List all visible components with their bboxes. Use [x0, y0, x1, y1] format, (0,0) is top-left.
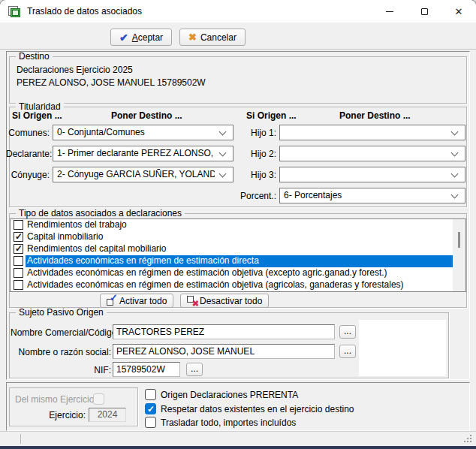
- hijo3-select[interactable]: [279, 167, 465, 182]
- cancel-button-label: Cancelar: [200, 32, 236, 43]
- razon-social-browse-button[interactable]: ...: [339, 345, 356, 358]
- scrollbar-thumb[interactable]: [458, 232, 460, 248]
- x-icon: ✖: [188, 32, 197, 42]
- trasladar-todo-label: Trasladar todo, importes incluídos: [161, 417, 296, 428]
- status-bar-separator: [20, 434, 21, 444]
- accept-button-label: Aceptar: [132, 32, 163, 43]
- header-si-origen-left: Si Origen ...: [12, 110, 62, 121]
- hijo1-label: Hijo 1:: [225, 128, 276, 138]
- hijo1-select[interactable]: [279, 125, 465, 140]
- list-item[interactable]: Actividades económicas en régimen de est…: [11, 279, 465, 291]
- app-icon: [8, 5, 20, 17]
- close-icon: ✕: [455, 7, 463, 17]
- list-item[interactable]: Rendimientos del capital mobiliario: [11, 243, 465, 255]
- checkbox[interactable]: [14, 268, 23, 278]
- minimize-button[interactable]: [372, 0, 407, 23]
- ejercicio-label: Ejercicio:: [45, 410, 86, 420]
- prerenta-checkbox[interactable]: [145, 389, 156, 400]
- sujeto-pasivo-preview-pane: [359, 320, 446, 376]
- list-item[interactable]: Rendimientos del trabajo: [11, 219, 465, 231]
- header-si-origen-right: Si Origen ...: [246, 110, 297, 121]
- destino-ejercicio-text: Declaraciones Ejercicio 2025: [17, 65, 133, 75]
- chevron-down-icon: [451, 149, 459, 157]
- list-item[interactable]: Actividades económicas en régimen de est…: [11, 255, 465, 267]
- nif-field[interactable]: 15789502W: [113, 362, 180, 377]
- cancel-button[interactable]: ✖ Cancelar: [179, 29, 246, 46]
- nombre-comercial-field[interactable]: TRACTORES PEREZ: [113, 324, 335, 339]
- window-title: Traslado de datos asociados: [27, 6, 142, 17]
- list-item-label: Rendimientos del capital mobiliario: [26, 243, 453, 255]
- declarante-value: 1- Primer declarante PEREZ ALONSO, JOSE …: [57, 146, 215, 161]
- header-poner-destino-right: Poner Destino ...: [339, 110, 411, 121]
- list-item-label: Rendimientos del trabajo: [26, 219, 453, 231]
- respetar-datos-checkbox[interactable]: [145, 403, 156, 414]
- close-button[interactable]: ✕: [441, 0, 476, 23]
- nif-label: NIF:: [11, 365, 111, 375]
- tipo-datos-group-label: Tipo de datos asociados a declaraciones: [16, 209, 185, 218]
- checkbox[interactable]: [14, 232, 23, 242]
- titlebar: Traslado de datos asociados ✕: [0, 0, 476, 23]
- checkbox[interactable]: [14, 244, 23, 254]
- conyuge-value: 2- Cónyuge GARCIA SUÑER, YOLANDA: [57, 167, 215, 182]
- razon-social-field[interactable]: PEREZ ALONSO, JOSE MANUEL: [113, 344, 335, 359]
- accept-button[interactable]: ✔ Aceptar: [110, 29, 172, 46]
- deactivate-all-label: Desactivar todo: [200, 296, 262, 306]
- chevron-down-icon: [451, 191, 459, 199]
- list-item[interactable]: Actividades económicas en régimen de est…: [11, 267, 465, 279]
- nif-browse-button[interactable]: ...: [186, 363, 203, 376]
- nombre-comercial-label: Nombre Comercial/Código:: [11, 327, 111, 338]
- comunes-label: Comunes:: [6, 128, 50, 138]
- header-poner-destino-left: Poner Destino ...: [111, 110, 182, 121]
- del-mismo-ejercicio-checkbox: [93, 393, 104, 405]
- list-item-label: Actividades económicas en régimen de est…: [26, 279, 453, 291]
- checkbox[interactable]: [14, 220, 23, 230]
- comunes-select[interactable]: 0- Conjunta/Comunes: [53, 125, 233, 140]
- respetar-datos-label: Respetar datos existentes en el ejercici…: [161, 404, 354, 414]
- tipo-datos-list: Rendimientos del trabajo Capital inmobil…: [10, 218, 466, 292]
- deactivate-all-icon: ✖: [187, 296, 197, 306]
- comunes-value: 0- Conjunta/Comunes: [57, 125, 215, 140]
- trasladar-todo-checkbox[interactable]: [145, 417, 156, 428]
- list-item-label: Capital inmobiliario: [26, 231, 453, 243]
- razon-social-label: Nombre o razón social:: [11, 347, 111, 357]
- check-icon: ✔: [119, 32, 128, 43]
- resize-grip[interactable]: [464, 435, 465, 436]
- nombre-comercial-browse-button[interactable]: ...: [339, 325, 356, 339]
- chevron-down-icon: [451, 170, 459, 178]
- background-edge: [0, 446, 476, 449]
- activate-all-icon: ✓: [107, 296, 116, 306]
- checkbox[interactable]: [14, 256, 23, 266]
- status-bar: [0, 431, 476, 446]
- conyuge-label: Cónyuge:: [6, 170, 50, 180]
- chevron-down-icon: [451, 128, 459, 136]
- hijo2-label: Hijo 2:: [225, 149, 276, 159]
- porcent-label: Porcent.:: [225, 191, 276, 201]
- maximize-icon: [421, 8, 428, 15]
- destino-contribuyente-text: PEREZ ALONSO, JOSE MANUEL 15789502W: [17, 77, 206, 88]
- toolbar: ✔ Aceptar ✖ Cancelar: [0, 23, 476, 50]
- prerenta-label: Origen Declaraciones PRERENTA: [161, 390, 298, 400]
- maximize-button[interactable]: [407, 0, 441, 23]
- del-mismo-ejercicio-label: Del mismo Ejercicio: [15, 394, 94, 405]
- hijo3-label: Hijo 3:: [225, 170, 276, 180]
- deactivate-all-button[interactable]: ✖ Desactivar todo: [180, 294, 269, 308]
- porcent-value: 6- Porcentajes: [284, 188, 447, 203]
- dialog-traslado-datos: Traslado de datos asociados ✕ ✔ Aceptar …: [0, 0, 476, 449]
- checkbox[interactable]: [14, 280, 23, 290]
- sujeto-pasivo-group-label: Sujeto Pasivo Origen: [16, 308, 107, 318]
- declarante-label: Declarante:: [6, 149, 50, 159]
- declarante-select[interactable]: 1- Primer declarante PEREZ ALONSO, JOSE …: [53, 146, 233, 161]
- list-item-label: Actividades económicas en régimen de est…: [26, 255, 453, 267]
- minimize-icon: [386, 11, 393, 12]
- hijo2-select[interactable]: [279, 146, 465, 161]
- scrollbar-track[interactable]: [453, 219, 465, 291]
- list-item[interactable]: Capital inmobiliario: [11, 231, 465, 243]
- activate-all-label: Activar todo: [119, 296, 167, 306]
- conyuge-select[interactable]: 2- Cónyuge GARCIA SUÑER, YOLANDA: [53, 167, 233, 182]
- list-item-label: Actividades económicas en régimen de est…: [26, 267, 453, 279]
- porcent-select[interactable]: 6- Porcentajes: [279, 188, 465, 203]
- destino-group-label: Destino: [16, 52, 53, 62]
- ejercicio-field: 2024: [89, 408, 126, 422]
- activate-all-button[interactable]: ✓ Activar todo: [100, 294, 173, 308]
